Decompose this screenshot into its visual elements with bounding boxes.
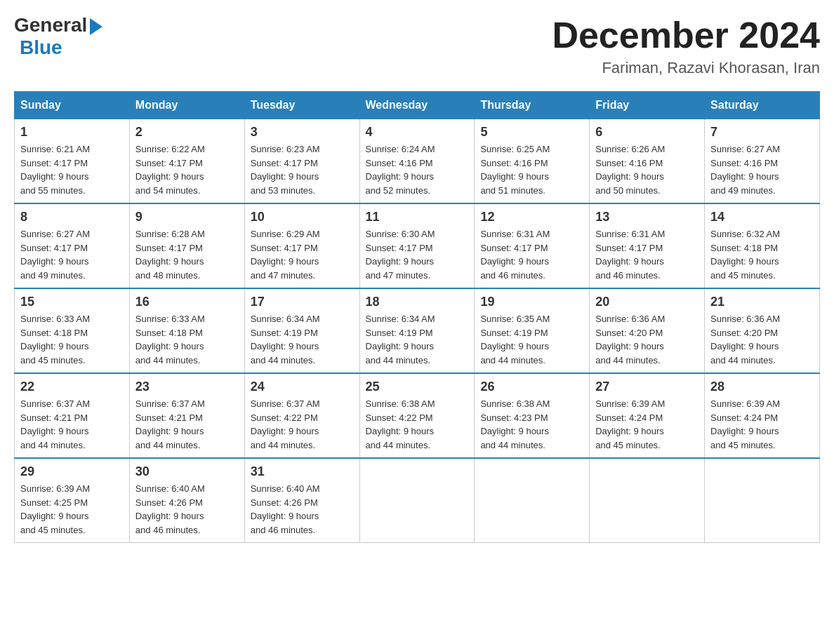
calendar-cell: 26 Sunrise: 6:38 AM Sunset: 4:23 PM Dayl… [475,373,590,458]
calendar-header-tuesday: Tuesday [244,92,359,119]
day-number: 22 [20,380,124,394]
day-number: 11 [366,210,469,224]
calendar-week-row: 22 Sunrise: 6:37 AM Sunset: 4:21 PM Dayl… [15,373,820,458]
calendar-cell: 30 Sunrise: 6:40 AM Sunset: 4:26 PM Dayl… [129,458,244,543]
calendar-cell: 21 Sunrise: 6:36 AM Sunset: 4:20 PM Dayl… [705,288,820,373]
day-number: 2 [135,125,239,140]
calendar-table: SundayMondayTuesdayWednesdayThursdayFrid… [14,91,820,543]
calendar-week-row: 1 Sunrise: 6:21 AM Sunset: 4:17 PM Dayli… [15,119,820,204]
day-number: 31 [251,464,354,479]
day-info: Sunrise: 6:21 AM Sunset: 4:17 PM Dayligh… [20,142,124,197]
day-number: 5 [480,125,583,140]
calendar-cell: 2 Sunrise: 6:22 AM Sunset: 4:17 PM Dayli… [129,119,244,204]
calendar-header-thursday: Thursday [475,92,590,119]
day-info: Sunrise: 6:30 AM Sunset: 4:17 PM Dayligh… [366,227,469,282]
day-info: Sunrise: 6:39 AM Sunset: 4:24 PM Dayligh… [710,397,814,452]
logo-blue-text: Blue [20,36,62,59]
calendar-cell: 19 Sunrise: 6:35 AM Sunset: 4:19 PM Dayl… [475,288,590,373]
calendar-cell: 20 Sunrise: 6:36 AM Sunset: 4:20 PM Dayl… [590,288,705,373]
day-info: Sunrise: 6:37 AM Sunset: 4:22 PM Dayligh… [251,397,354,452]
day-number: 17 [251,295,354,309]
calendar-week-row: 15 Sunrise: 6:33 AM Sunset: 4:18 PM Dayl… [15,288,820,373]
day-info: Sunrise: 6:37 AM Sunset: 4:21 PM Dayligh… [135,397,239,452]
day-info: Sunrise: 6:33 AM Sunset: 4:18 PM Dayligh… [135,312,239,367]
calendar-cell: 23 Sunrise: 6:37 AM Sunset: 4:21 PM Dayl… [129,373,244,458]
calendar-cell [590,458,705,543]
day-info: Sunrise: 6:33 AM Sunset: 4:18 PM Dayligh… [20,312,124,367]
calendar-cell: 17 Sunrise: 6:34 AM Sunset: 4:19 PM Dayl… [244,288,359,373]
day-number: 13 [595,210,699,224]
logo: General Blue [14,14,102,59]
day-info: Sunrise: 6:40 AM Sunset: 4:26 PM Dayligh… [251,482,354,537]
day-number: 19 [480,295,583,309]
calendar-week-row: 29 Sunrise: 6:39 AM Sunset: 4:25 PM Dayl… [15,458,820,543]
calendar-cell [475,458,590,543]
day-info: Sunrise: 6:36 AM Sunset: 4:20 PM Dayligh… [710,312,814,367]
calendar-cell: 6 Sunrise: 6:26 AM Sunset: 4:16 PM Dayli… [590,119,705,204]
calendar-cell: 4 Sunrise: 6:24 AM Sunset: 4:16 PM Dayli… [359,119,475,204]
calendar-cell: 28 Sunrise: 6:39 AM Sunset: 4:24 PM Dayl… [705,373,820,458]
calendar-cell: 3 Sunrise: 6:23 AM Sunset: 4:17 PM Dayli… [244,119,359,204]
calendar-cell: 29 Sunrise: 6:39 AM Sunset: 4:25 PM Dayl… [15,458,130,543]
day-info: Sunrise: 6:37 AM Sunset: 4:21 PM Dayligh… [20,397,124,452]
day-info: Sunrise: 6:24 AM Sunset: 4:16 PM Dayligh… [366,142,469,197]
day-number: 29 [20,464,124,479]
calendar-cell [705,458,820,543]
day-number: 20 [595,295,699,309]
calendar-header-row: SundayMondayTuesdayWednesdayThursdayFrid… [15,92,820,119]
day-info: Sunrise: 6:23 AM Sunset: 4:17 PM Dayligh… [251,142,354,197]
day-info: Sunrise: 6:34 AM Sunset: 4:19 PM Dayligh… [366,312,469,367]
day-info: Sunrise: 6:31 AM Sunset: 4:17 PM Dayligh… [595,227,699,282]
day-number: 26 [480,380,583,394]
calendar-header-friday: Friday [590,92,705,119]
location-subtitle: Fariman, Razavi Khorasan, Iran [552,59,820,77]
day-number: 25 [366,380,469,394]
calendar-cell: 27 Sunrise: 6:39 AM Sunset: 4:24 PM Dayl… [590,373,705,458]
day-info: Sunrise: 6:32 AM Sunset: 4:18 PM Dayligh… [710,227,814,282]
day-number: 15 [20,295,124,309]
calendar-cell: 10 Sunrise: 6:29 AM Sunset: 4:17 PM Dayl… [244,203,359,288]
day-info: Sunrise: 6:27 AM Sunset: 4:16 PM Dayligh… [710,142,814,197]
day-info: Sunrise: 6:25 AM Sunset: 4:16 PM Dayligh… [480,142,583,197]
calendar-cell: 9 Sunrise: 6:28 AM Sunset: 4:17 PM Dayli… [129,203,244,288]
day-info: Sunrise: 6:38 AM Sunset: 4:22 PM Dayligh… [366,397,469,452]
calendar-cell: 15 Sunrise: 6:33 AM Sunset: 4:18 PM Dayl… [15,288,130,373]
calendar-header-monday: Monday [129,92,244,119]
calendar-header-saturday: Saturday [705,92,820,119]
day-number: 9 [135,210,239,224]
logo-general-text: General [14,14,87,36]
calendar-cell: 16 Sunrise: 6:33 AM Sunset: 4:18 PM Dayl… [129,288,244,373]
day-info: Sunrise: 6:40 AM Sunset: 4:26 PM Dayligh… [135,482,239,537]
calendar-header-sunday: Sunday [15,92,130,119]
calendar-cell: 8 Sunrise: 6:27 AM Sunset: 4:17 PM Dayli… [15,203,130,288]
day-info: Sunrise: 6:28 AM Sunset: 4:17 PM Dayligh… [135,227,239,282]
day-info: Sunrise: 6:27 AM Sunset: 4:17 PM Dayligh… [20,227,124,282]
day-number: 24 [251,380,354,394]
day-number: 1 [20,125,124,140]
day-number: 3 [251,125,354,140]
day-number: 8 [20,210,124,224]
day-info: Sunrise: 6:38 AM Sunset: 4:23 PM Dayligh… [480,397,583,452]
calendar-cell: 18 Sunrise: 6:34 AM Sunset: 4:19 PM Dayl… [359,288,475,373]
day-number: 7 [710,125,814,140]
day-number: 30 [135,464,239,479]
day-info: Sunrise: 6:34 AM Sunset: 4:19 PM Dayligh… [251,312,354,367]
calendar-cell: 5 Sunrise: 6:25 AM Sunset: 4:16 PM Dayli… [475,119,590,204]
month-title: December 2024 [552,14,820,56]
logo-arrow-icon [90,18,102,35]
calendar-week-row: 8 Sunrise: 6:27 AM Sunset: 4:17 PM Dayli… [15,203,820,288]
day-number: 21 [710,295,814,309]
calendar-cell: 12 Sunrise: 6:31 AM Sunset: 4:17 PM Dayl… [475,203,590,288]
day-number: 4 [366,125,469,140]
day-info: Sunrise: 6:31 AM Sunset: 4:17 PM Dayligh… [480,227,583,282]
day-info: Sunrise: 6:39 AM Sunset: 4:25 PM Dayligh… [20,482,124,537]
day-number: 12 [480,210,583,224]
day-info: Sunrise: 6:39 AM Sunset: 4:24 PM Dayligh… [595,397,699,452]
day-info: Sunrise: 6:26 AM Sunset: 4:16 PM Dayligh… [595,142,699,197]
day-number: 6 [595,125,699,140]
calendar-cell: 7 Sunrise: 6:27 AM Sunset: 4:16 PM Dayli… [705,119,820,204]
calendar-cell: 25 Sunrise: 6:38 AM Sunset: 4:22 PM Dayl… [359,373,475,458]
day-number: 28 [710,380,814,394]
day-info: Sunrise: 6:29 AM Sunset: 4:17 PM Dayligh… [251,227,354,282]
calendar-header-wednesday: Wednesday [359,92,475,119]
